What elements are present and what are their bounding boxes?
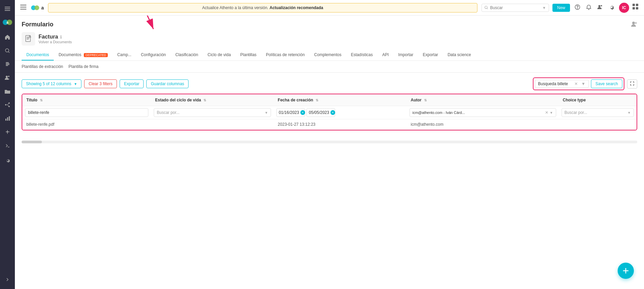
tab-complementos[interactable]: Complementos <box>309 50 346 61</box>
tab-camp[interactable]: Camp... <box>113 50 136 61</box>
svg-point-14 <box>8 102 10 104</box>
sidebar-item-settings[interactable] <box>1 154 14 166</box>
tab-documentos[interactable]: Documentos <box>22 50 54 61</box>
clear-date-from-button[interactable]: ✕ <box>300 110 305 115</box>
svg-point-15 <box>8 106 10 107</box>
tab-configuracion[interactable]: Configuración <box>136 50 171 61</box>
svg-rect-31 <box>633 4 635 6</box>
sidebar-item-users[interactable] <box>1 72 14 84</box>
tab-politicas[interactable]: Políticas de retención <box>261 50 309 61</box>
svg-point-30 <box>601 5 602 6</box>
svg-rect-1 <box>5 8 10 9</box>
horizontal-scrollbar[interactable] <box>22 141 637 143</box>
new-button[interactable]: New <box>552 4 570 12</box>
tab-importar[interactable]: Importar <box>394 50 418 61</box>
global-search-box[interactable]: ▼ <box>481 4 549 12</box>
svg-rect-23 <box>20 9 26 9</box>
topbar-brand-name: a <box>41 5 44 10</box>
fab-add-button[interactable] <box>618 263 634 279</box>
sort-fecha-icon[interactable]: ⇅ <box>316 98 318 102</box>
filter-row: Buscar por... ▼ 01/16/2023 ✕ <box>22 106 637 119</box>
sidebar-item-home[interactable] <box>1 31 14 43</box>
help-icon[interactable] <box>573 3 581 13</box>
bottom-spacer <box>15 143 644 150</box>
tab-ciclo-vida[interactable]: Ciclo de vida <box>203 50 236 61</box>
filter-choice-cell: Buscar por... ▼ <box>559 106 637 119</box>
sidebar-menu-button[interactable] <box>1 3 14 15</box>
doc-header: Factura ℹ Volver a Documents <box>15 28 644 46</box>
sidebar-item-reports[interactable] <box>1 112 14 124</box>
doc-back-link[interactable]: Volver a Documents <box>39 40 72 44</box>
page-title: Formulario <box>22 21 53 28</box>
tab-documentos-deprecated[interactable]: Documentos DEPRECATED <box>54 50 113 61</box>
autor-expand-icon[interactable]: ▼ <box>550 111 553 115</box>
tab-exportar[interactable]: Exportar <box>418 50 443 61</box>
settings-icon[interactable] <box>608 3 616 13</box>
saved-search-input-wrapper: Busqueda billete ✕ ▼ <box>535 80 589 88</box>
sidebar-item-integrations[interactable] <box>1 126 14 138</box>
table-header-row: Título ⇅ Estado del ciclo de vida ⇅ Fech… <box>22 94 637 106</box>
clear-saved-search-button[interactable]: ✕ <box>574 81 578 86</box>
svg-rect-2 <box>5 10 10 11</box>
sort-estado-icon[interactable]: ⇅ <box>203 98 206 102</box>
filter-date-to: 05/05/2023 ✕ <box>306 108 335 117</box>
col-autor: Autor ⇅ <box>407 94 559 106</box>
saved-search-expand-button[interactable]: ▼ <box>580 81 586 86</box>
svg-rect-32 <box>636 4 638 6</box>
table-area: Título ⇅ Estado del ciclo de vida ⇅ Fech… <box>15 94 644 130</box>
scrollbar-thumb[interactable] <box>22 141 42 143</box>
svg-point-12 <box>8 76 9 77</box>
svg-point-13 <box>5 104 6 105</box>
clear-autor-button[interactable]: ✕ <box>545 110 548 115</box>
tab-api[interactable]: API <box>377 50 393 61</box>
sort-autor-icon[interactable]: ⇅ <box>424 98 427 102</box>
manage-users-icon[interactable] <box>631 21 637 28</box>
save-columns-button[interactable]: Guardar columnas <box>146 79 189 88</box>
sidebar-item-terminal[interactable] <box>1 139 14 151</box>
subtab-plantilla-firma[interactable]: Plantilla de firma <box>69 64 99 70</box>
sort-titulo-icon[interactable]: ⇅ <box>40 98 43 102</box>
global-search-input[interactable] <box>490 5 541 10</box>
svg-point-25 <box>34 5 39 10</box>
notifications-icon[interactable] <box>585 3 593 13</box>
export-button[interactable]: Exportar <box>120 79 144 88</box>
save-search-highlighted-area: Busqueda billete ✕ ▼ Save search <box>533 77 624 90</box>
table-row[interactable]: billete-renfe.pdf 2023-01-27 13:12:23 ic… <box>22 119 637 130</box>
choice-dropdown-icon: ▼ <box>627 111 631 115</box>
filter-autor-value: icm@athento.com - Iván Cárd... <box>413 111 544 115</box>
tab-clasificacion[interactable]: Clasificación <box>171 50 203 61</box>
filter-titulo-input[interactable] <box>25 108 148 117</box>
cell-choice <box>559 119 637 130</box>
sidebar-item-workflow[interactable] <box>1 99 14 111</box>
fullscreen-button[interactable] <box>627 79 637 89</box>
tab-plantillas[interactable]: Plantillas <box>236 50 261 61</box>
col-fecha: Fecha de creación ⇅ <box>274 94 406 106</box>
filter-estado-select[interactable]: Buscar por... ▼ <box>154 108 271 117</box>
sidebar-item-documents[interactable] <box>1 58 14 70</box>
clear-date-to-button[interactable]: ✕ <box>330 110 335 115</box>
filter-date-range: 01/16/2023 ✕ 05/05/2023 ✕ <box>276 108 404 117</box>
clear-filters-button[interactable]: Clear 3 filters <box>84 79 117 88</box>
sidebar-item-search[interactable] <box>1 45 14 57</box>
search-dropdown-chevron-icon[interactable]: ▼ <box>542 6 546 10</box>
doc-info-icon[interactable]: ℹ <box>60 34 62 40</box>
filter-fecha-cell: 01/16/2023 ✕ 05/05/2023 ✕ <box>274 106 406 119</box>
sidebar-expand-button[interactable] <box>1 275 14 284</box>
subtab-plantillas-extraccion[interactable]: Plantillas de extracción <box>22 64 63 70</box>
filter-autor-wrapper: icm@athento.com - Iván Cárd... ✕ ▼ <box>410 108 556 117</box>
apps-grid-icon[interactable] <box>633 4 639 11</box>
svg-point-35 <box>632 22 635 24</box>
tab-estadisticas[interactable]: Estadísticas <box>346 50 378 61</box>
sidebar-item-folders[interactable] <box>1 85 14 97</box>
showing-columns-button[interactable]: Showing 5 of 12 columns ▼ <box>22 79 81 88</box>
tab-data-science[interactable]: Data science <box>443 50 476 61</box>
topbar-menu-icon[interactable] <box>20 4 26 11</box>
user-avatar[interactable]: IC <box>619 3 629 13</box>
doc-type-icon <box>22 32 35 46</box>
filter-titulo-cell <box>22 106 151 119</box>
save-search-button[interactable]: Save search <box>591 79 622 88</box>
filter-choice-select[interactable]: Buscar por... ▼ <box>562 108 634 117</box>
spacer <box>15 130 644 141</box>
sidebar-logo: a <box>1 16 14 28</box>
contacts-icon[interactable] <box>596 3 604 12</box>
